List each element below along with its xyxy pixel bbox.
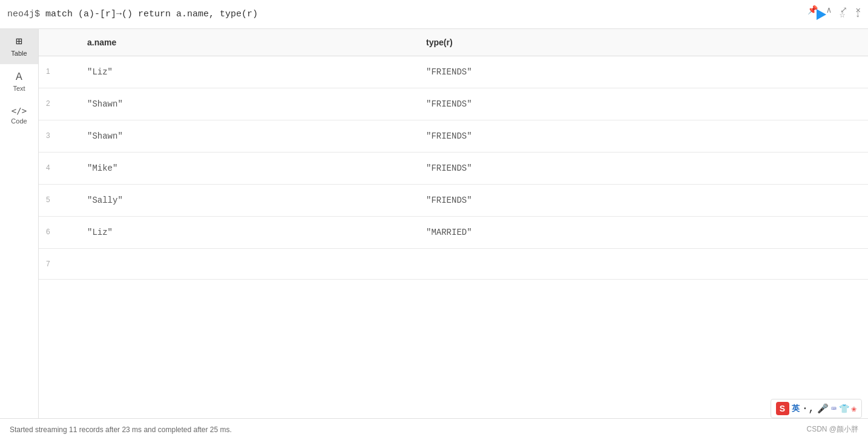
row-number: 1 <box>39 56 75 88</box>
data-table: a.name type(r) 1"Liz""FRIENDS"2"Shawn""F… <box>39 29 868 280</box>
cell-a-name: "Shawn" <box>75 120 414 153</box>
query-command: match (a)-[r]→() return a.name, type(r) <box>45 9 258 19</box>
table-icon: ⊞ <box>16 36 22 47</box>
ime-shirt-icon[interactable]: 👕 <box>839 404 849 414</box>
col-header-type-r: type(r) <box>414 29 868 56</box>
table-header-row: a.name type(r) <box>39 29 868 56</box>
status-bar: Started streaming 11 records after 23 ms… <box>0 418 868 440</box>
cell-type-r: "FRIENDS" <box>414 153 868 185</box>
ime-flower-icon[interactable]: ❀ <box>852 404 856 414</box>
ime-en-icon[interactable]: 英 <box>792 403 800 414</box>
cell-type-r: "MARRIED" <box>414 217 868 249</box>
row-number: 7 <box>39 249 75 280</box>
ime-dot-icon[interactable]: ·, <box>802 402 815 415</box>
window-controls: 📌 ∧ ⤢ ✕ <box>807 5 861 15</box>
sidebar-code-label: Code <box>11 117 27 125</box>
cell-a-name: "Liz" <box>75 56 414 88</box>
cell-a-name: "Shawn" <box>75 88 414 120</box>
ime-grid-icon[interactable]: ⌨ <box>831 404 836 414</box>
ime-s-icon[interactable]: S <box>776 402 789 415</box>
row-number: 6 <box>39 217 75 249</box>
row-number: 2 <box>39 88 75 120</box>
ime-toolbar: S 英 ·, 🎤 ⌨ 👕 ❀ <box>771 399 862 418</box>
col-header-a-name: a.name <box>75 29 414 56</box>
sidebar-item-table[interactable]: ⊞ Table <box>0 29 38 64</box>
cell-a-name: "Mike" <box>75 153 414 185</box>
cell-type-r <box>414 249 868 280</box>
table-row: 4"Mike""FRIENDS" <box>39 153 868 185</box>
sidebar-item-text[interactable]: A Text <box>0 64 38 99</box>
row-num-header <box>39 29 75 56</box>
code-icon: </> <box>12 107 27 115</box>
table-row: 6"Liz""MARRIED" <box>39 217 868 249</box>
table-row: 1"Liz""FRIENDS" <box>39 56 868 88</box>
result-table[interactable]: a.name type(r) 1"Liz""FRIENDS"2"Shawn""F… <box>39 29 868 418</box>
cell-type-r: "FRIENDS" <box>414 56 868 88</box>
sidebar-table-label: Table <box>11 50 27 57</box>
cell-type-r: "FRIENDS" <box>414 88 868 120</box>
sidebar: ⊞ Table A Text </> Code <box>0 29 39 418</box>
query-text: neo4j$ match (a)-[r]→() return a.name, t… <box>7 9 813 19</box>
sidebar-item-code[interactable]: </> Code <box>0 99 38 132</box>
table-row: 7 <box>39 249 868 280</box>
ime-mic-icon[interactable]: 🎤 <box>817 403 829 415</box>
status-text: Started streaming 11 records after 23 ms… <box>10 425 232 434</box>
row-number: 3 <box>39 120 75 153</box>
attribution-text: CSDN @颜小胖 <box>806 424 858 435</box>
row-number: 4 <box>39 153 75 185</box>
cell-a-name: "Sally" <box>75 185 414 217</box>
table-row: 2"Shawn""FRIENDS" <box>39 88 868 120</box>
row-number: 5 <box>39 185 75 217</box>
cell-type-r: "FRIENDS" <box>414 185 868 217</box>
maximize-icon[interactable]: ⤢ <box>840 5 847 15</box>
query-bar: neo4j$ match (a)-[r]→() return a.name, t… <box>0 0 868 29</box>
table-area: a.name type(r) 1"Liz""FRIENDS"2"Shawn""F… <box>39 29 868 418</box>
sidebar-text-label: Text <box>13 85 25 92</box>
text-icon: A <box>16 71 22 82</box>
main-content: ⊞ Table A Text </> Code a.name type(r) <box>0 29 868 418</box>
cell-a-name <box>75 249 414 280</box>
table-row: 3"Shawn""FRIENDS" <box>39 120 868 153</box>
cell-type-r: "FRIENDS" <box>414 120 868 153</box>
table-row: 5"Sally""FRIENDS" <box>39 185 868 217</box>
close-icon[interactable]: ✕ <box>856 5 861 15</box>
minimize-icon[interactable]: ∧ <box>826 5 831 15</box>
cell-a-name: "Liz" <box>75 217 414 249</box>
query-prompt: neo4j$ <box>7 9 40 19</box>
pin-icon[interactable]: 📌 <box>807 5 818 15</box>
